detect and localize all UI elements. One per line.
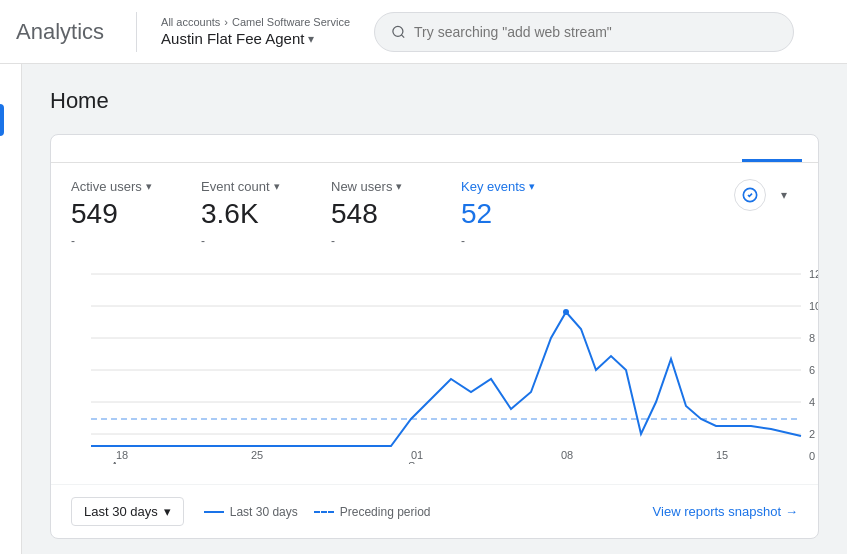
key-events-sub: - <box>461 234 551 248</box>
event-count-value: 3.6K <box>201 198 291 230</box>
new-users-value: 548 <box>331 198 421 230</box>
view-reports-arrow-icon: → <box>785 504 798 519</box>
search-bar[interactable] <box>374 12 794 52</box>
svg-text:08: 08 <box>561 449 573 461</box>
view-reports-link[interactable]: View reports snapshot → <box>653 504 798 519</box>
date-range-button[interactable]: Last 30 days ▾ <box>71 497 184 526</box>
tab-active[interactable] <box>742 135 802 162</box>
svg-text:6: 6 <box>809 364 815 376</box>
metric-actions: ▾ <box>734 179 798 211</box>
breadcrumb-part1: All accounts <box>161 16 220 28</box>
svg-point-0 <box>393 26 403 36</box>
search-input[interactable] <box>414 24 777 40</box>
legend-dashed-item: Preceding period <box>314 505 431 519</box>
chart-legend: Last 30 days Preceding period <box>204 505 431 519</box>
active-users-value: 549 <box>71 198 161 230</box>
legend-dashed-label: Preceding period <box>340 505 431 519</box>
breadcrumb-part2: Camel Software Service <box>232 16 350 28</box>
svg-point-24 <box>563 309 569 315</box>
property-chevron-icon: ▾ <box>308 32 314 46</box>
property-selector[interactable]: Austin Flat Fee Agent ▾ <box>161 30 350 47</box>
svg-text:2: 2 <box>809 428 815 440</box>
key-events-value: 52 <box>461 198 551 230</box>
date-range-chevron-icon: ▾ <box>164 504 171 519</box>
app-logo: Analytics <box>16 19 104 45</box>
svg-text:Aug: Aug <box>111 460 131 464</box>
event-count-sub: - <box>201 234 291 248</box>
metric-new-users-label[interactable]: New users ▾ <box>331 179 421 194</box>
metrics-row: Active users ▾ 549 - Event count ▾ 3.6K … <box>51 163 818 256</box>
date-range-label: Last 30 days <box>84 504 158 519</box>
card-tabs <box>51 135 818 163</box>
metric-key-events-label[interactable]: Key events ▾ <box>461 179 551 194</box>
svg-text:25: 25 <box>251 449 263 461</box>
svg-text:12: 12 <box>809 268 819 280</box>
svg-text:8: 8 <box>809 332 815 344</box>
active-users-arrow-icon: ▾ <box>146 180 152 193</box>
metric-new-users: New users ▾ 548 - <box>331 179 421 248</box>
metric-active-users-label[interactable]: Active users ▾ <box>71 179 161 194</box>
main-layout: Home Active users ▾ 549 - <box>0 64 847 554</box>
event-count-arrow-icon: ▾ <box>274 180 280 193</box>
property-name: Austin Flat Fee Agent <box>161 30 304 47</box>
metric-active-users: Active users ▾ 549 - <box>71 179 161 248</box>
metric-key-events: Key events ▾ 52 - <box>461 179 551 248</box>
line-chart: 12 10 8 6 4 2 0 18 Aug 25 01 Sep 08 15 <box>71 264 819 464</box>
new-users-sub: - <box>331 234 421 248</box>
analytics-card: Active users ▾ 549 - Event count ▾ 3.6K … <box>50 134 819 539</box>
metric-event-count-label[interactable]: Event count ▾ <box>201 179 291 194</box>
key-events-arrow-icon: ▾ <box>529 180 535 193</box>
main-content: Home Active users ▾ 549 - <box>22 64 847 554</box>
svg-text:10: 10 <box>809 300 819 312</box>
legend-solid-item: Last 30 days <box>204 505 298 519</box>
header-divider <box>136 12 137 52</box>
legend-solid-line <box>204 511 224 513</box>
header: Analytics All accounts › Camel Software … <box>0 0 847 64</box>
check-button[interactable] <box>734 179 766 211</box>
svg-text:15: 15 <box>716 449 728 461</box>
legend-solid-label: Last 30 days <box>230 505 298 519</box>
legend-dashed-line <box>314 511 334 513</box>
breadcrumb: All accounts › Camel Software Service <box>161 16 350 28</box>
metrics-chevron-icon[interactable]: ▾ <box>770 181 798 209</box>
svg-text:0: 0 <box>809 450 815 462</box>
active-users-sub: - <box>71 234 161 248</box>
breadcrumb-separator: › <box>224 16 228 28</box>
sidebar-indicator <box>0 104 4 136</box>
page-title: Home <box>50 88 819 114</box>
metric-event-count: Event count ▾ 3.6K - <box>201 179 291 248</box>
search-icon <box>391 24 406 40</box>
svg-text:Sep: Sep <box>408 460 428 464</box>
account-selector: All accounts › Camel Software Service Au… <box>161 16 350 47</box>
svg-line-1 <box>401 34 404 37</box>
svg-text:4: 4 <box>809 396 815 408</box>
chart-area: 12 10 8 6 4 2 0 18 Aug 25 01 Sep 08 15 <box>51 256 818 484</box>
sidebar <box>0 64 22 554</box>
new-users-arrow-icon: ▾ <box>396 180 402 193</box>
card-bottom: Last 30 days ▾ Last 30 days Preceding pe… <box>51 484 818 538</box>
